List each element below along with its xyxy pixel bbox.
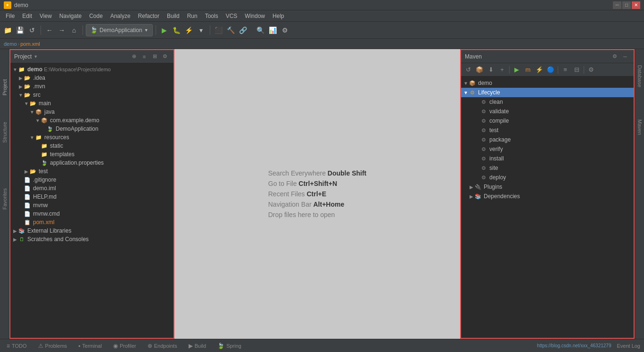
tb-attach-button[interactable]: 🔗 xyxy=(238,25,249,36)
status-event-log[interactable]: Event Log xyxy=(617,343,640,349)
menu-help[interactable]: Help xyxy=(269,12,288,20)
tree-item-gitignore[interactable]: 📄 .gitignore xyxy=(10,176,173,184)
maven-settings-button[interactable]: ⚙ xyxy=(610,52,619,61)
maven-item-site[interactable]: ⚙ site xyxy=(461,163,634,173)
tab-spring[interactable]: 🍃 Spring xyxy=(215,342,244,350)
maven-close-button[interactable]: ─ xyxy=(620,52,630,61)
win-minimize[interactable]: ─ xyxy=(613,1,621,9)
tb-profiler-button[interactable]: 📊 xyxy=(267,25,279,36)
tb-sync-button[interactable]: ↺ xyxy=(26,25,38,36)
maven-item-deploy[interactable]: ⚙ deploy xyxy=(461,173,634,182)
tree-item-main[interactable]: ▼ 📂 main xyxy=(10,99,173,108)
sidebar-favorites-label[interactable]: Favorites xyxy=(0,186,9,211)
project-expand-button[interactable]: ⊞ xyxy=(150,52,159,61)
maven-download-button[interactable]: ⬇ xyxy=(486,65,496,75)
maven-item-lifecycle[interactable]: ▼ ⚙ Lifecycle xyxy=(461,88,634,97)
maven-item-install[interactable]: ⚙ install xyxy=(461,154,634,163)
project-collapse-button[interactable]: ≡ xyxy=(140,52,149,61)
tab-problems[interactable]: ⚠ Problems xyxy=(35,342,70,350)
tab-terminal[interactable]: ▪ Terminal xyxy=(75,342,105,350)
menu-edit[interactable]: Edit xyxy=(18,12,36,20)
tree-item-java[interactable]: ▼ 📦 java xyxy=(10,108,173,116)
tree-item-iml[interactable]: 📄 demo.iml xyxy=(10,184,173,193)
maven-item-demo[interactable]: ▼ 📦 demo xyxy=(461,78,634,88)
menu-run[interactable]: Run xyxy=(183,12,201,20)
right-label-maven[interactable]: Maven xyxy=(635,117,644,137)
tree-item-src[interactable]: ▼ 📂 src xyxy=(10,91,173,99)
tree-item-demo-app[interactable]: 🍃 DemoApplication xyxy=(10,125,173,133)
tb-run-button[interactable]: ▶ xyxy=(159,25,170,36)
menu-file[interactable]: File xyxy=(2,12,18,20)
maven-plus-button[interactable]: + xyxy=(497,65,507,75)
tree-item-scratches[interactable]: ▶ 🗒 Scratches and Consoles xyxy=(10,235,173,243)
maven-collapse-all-button[interactable]: ⊟ xyxy=(571,65,582,75)
tree-item-mvnwcmd[interactable]: 📄 mvnw.cmd xyxy=(10,210,173,218)
maven-lifecycle-button[interactable]: ⚡ xyxy=(534,65,545,75)
tab-build[interactable]: ▶ Build xyxy=(186,342,209,350)
tree-item-pomxml[interactable]: 📋 pom.xml xyxy=(10,218,173,226)
tree-item-extlibs[interactable]: ▶ 📚 External Libraries xyxy=(10,226,173,235)
right-label-database[interactable]: Database xyxy=(635,63,644,89)
tb-debug-button[interactable]: 🐛 xyxy=(171,25,182,36)
menu-code[interactable]: Code xyxy=(85,12,107,20)
project-locate-button[interactable]: ⊕ xyxy=(129,52,139,61)
maven-settings2-button[interactable]: ⚙ xyxy=(586,65,596,75)
win-maximize[interactable]: □ xyxy=(622,1,631,9)
breadcrumb-file[interactable]: pom.xml xyxy=(20,41,40,47)
menu-navigate[interactable]: Navigate xyxy=(56,12,85,20)
tb-open-button[interactable]: 📁 xyxy=(2,25,13,36)
tab-todo[interactable]: ≡ TODO xyxy=(4,342,30,350)
tree-item-mvn[interactable]: ▶ 📂 .mvn xyxy=(10,82,173,91)
menu-tools[interactable]: Tools xyxy=(201,12,222,20)
maven-item-validate[interactable]: ⚙ validate xyxy=(461,107,634,116)
tb-settings-button[interactable]: ⚙ xyxy=(280,25,291,36)
tree-item-package[interactable]: ▼ 📦 com.example.demo xyxy=(10,116,173,125)
tree-item-mvnw[interactable]: 📄 mvnw xyxy=(10,201,173,210)
tb-stop-button[interactable]: ⬛ xyxy=(213,25,224,36)
sidebar-project-label[interactable]: Project xyxy=(0,77,9,97)
maven-add-button[interactable]: 📦 xyxy=(474,65,485,75)
tb-build-button[interactable]: 🔨 xyxy=(225,25,237,36)
tb-coverage-button[interactable]: ⚡ xyxy=(183,25,195,36)
tb-forward-button[interactable]: → xyxy=(56,25,67,36)
tree-item-test[interactable]: ▶ 📂 test xyxy=(10,167,173,176)
maven-item-plugins[interactable]: ▶ 🔌 Plugins xyxy=(461,182,634,192)
project-settings-button[interactable]: ⚙ xyxy=(160,52,170,61)
tb-search-button[interactable]: 🔍 xyxy=(255,25,266,36)
breadcrumb-project[interactable]: demo xyxy=(4,41,17,47)
tb-save-button[interactable]: 💾 xyxy=(14,25,25,36)
maven-item-clean[interactable]: ⚙ clean xyxy=(461,97,634,107)
maven-item-verify[interactable]: ⚙ verify xyxy=(461,144,634,154)
tree-item-helpmd[interactable]: 📄 HELP.md xyxy=(10,193,173,201)
maven-item-test[interactable]: ⚙ test xyxy=(461,126,634,135)
tb-back-button[interactable]: ← xyxy=(44,25,55,36)
maven-item-compile[interactable]: ⚙ compile xyxy=(461,116,634,126)
tree-item-appprops[interactable]: 🍃 application.properties xyxy=(10,159,173,167)
tree-item-idea[interactable]: ▶ 📂 .idea xyxy=(10,74,173,82)
tree-item-templates[interactable]: 📁 templates xyxy=(10,150,173,159)
menu-refactor[interactable]: Refactor xyxy=(134,12,163,20)
maven-refresh-button[interactable]: ↺ xyxy=(463,65,473,75)
win-close[interactable]: ✕ xyxy=(632,1,640,9)
tab-profiler[interactable]: ◉ Profiler xyxy=(110,342,139,350)
tab-endpoints[interactable]: ⊕ Endpoints xyxy=(145,342,180,350)
menu-vcs[interactable]: VCS xyxy=(222,12,241,20)
maven-toggle-button[interactable]: 🔵 xyxy=(545,65,556,75)
menu-build[interactable]: Build xyxy=(163,12,183,20)
maven-item-package[interactable]: ⚙ package xyxy=(461,135,634,144)
tb-home-button[interactable]: ⌂ xyxy=(68,25,80,36)
project-panel-title[interactable]: Project ▼ xyxy=(14,53,129,60)
maven-run-button[interactable]: ▶ xyxy=(512,65,522,75)
maven-expand-all-button[interactable]: ≡ xyxy=(560,65,570,75)
tree-item-demo[interactable]: ▼ 📁 demo E:\Workspace\Projects\demo xyxy=(10,65,173,74)
run-config-selector[interactable]: 🍃 DemoApplication ▼ xyxy=(86,24,153,36)
sidebar-structure-label[interactable]: Structure xyxy=(0,120,9,145)
menu-analyze[interactable]: Analyze xyxy=(107,12,134,20)
tree-item-static[interactable]: 📁 static xyxy=(10,142,173,150)
menu-view[interactable]: View xyxy=(36,12,56,20)
menu-window[interactable]: Window xyxy=(241,12,269,20)
tb-more-run-button[interactable]: ▾ xyxy=(196,25,207,36)
maven-mvn-button[interactable]: m xyxy=(523,65,533,75)
maven-item-dependencies[interactable]: ▶ 📚 Dependencies xyxy=(461,192,634,201)
tree-item-resources[interactable]: ▼ 📁 resources xyxy=(10,133,173,142)
